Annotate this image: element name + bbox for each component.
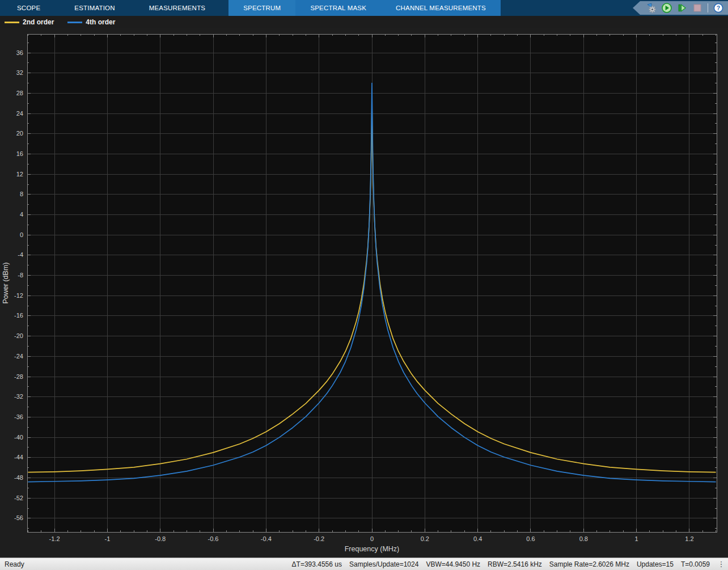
tab-measurements[interactable]: MEASUREMENTS xyxy=(132,0,223,16)
svg-text:0.8: 0.8 xyxy=(579,535,588,542)
x-axis-label: Frequency (MHz) xyxy=(345,545,400,553)
svg-text:32: 32 xyxy=(16,69,23,76)
contextual-tab-group: SPECTRUM SPECTRAL MASK CHANNEL MEASUREME… xyxy=(228,0,501,16)
svg-text:-40: -40 xyxy=(14,434,23,441)
playback-quick-bar: ? xyxy=(633,1,728,15)
svg-text:-28: -28 xyxy=(14,373,23,380)
tab-spectrum[interactable]: SPECTRUM xyxy=(228,0,295,16)
svg-text:-20: -20 xyxy=(14,332,23,339)
status-updates: Updates=15 xyxy=(637,560,674,568)
svg-text:-8: -8 xyxy=(18,272,23,278)
legend-label-2nd-order: 2nd order xyxy=(23,18,54,26)
svg-text:1.2: 1.2 xyxy=(685,535,693,542)
tab-channel-measurements[interactable]: CHANNEL MEASUREMENTS xyxy=(381,0,501,16)
svg-text:24: 24 xyxy=(16,110,23,117)
status-samples-per-update: Samples/Update=1024 xyxy=(349,560,418,568)
svg-text:-4: -4 xyxy=(18,251,23,258)
quickbar-separator xyxy=(708,3,708,12)
svg-text:0.2: 0.2 xyxy=(421,535,429,542)
svg-text:-56: -56 xyxy=(14,514,23,521)
svg-text:-44: -44 xyxy=(14,454,23,461)
svg-text:-52: -52 xyxy=(14,495,23,501)
svg-text:36: 36 xyxy=(16,49,23,56)
run-icon[interactable] xyxy=(662,3,672,13)
svg-text:?: ? xyxy=(717,5,720,11)
spectrum-plot[interactable]: -1.2-1-0.8-0.6-0.4-0.200.20.40.60.811.23… xyxy=(0,28,728,558)
svg-text:28: 28 xyxy=(16,90,23,96)
legend-line-2nd-order xyxy=(5,22,19,23)
svg-text:16: 16 xyxy=(16,150,23,157)
legend: 2nd order 4th order xyxy=(0,16,728,28)
legend-label-4th-order: 4th order xyxy=(86,18,115,26)
svg-text:20: 20 xyxy=(16,130,23,137)
status-vbw: VBW=44.9450 Hz xyxy=(426,560,480,568)
svg-text:1: 1 xyxy=(635,535,638,542)
status-metrics: ΔT=393.4556 us Samples/Update=1024 VBW=4… xyxy=(292,560,718,568)
svg-text:0: 0 xyxy=(370,535,374,542)
svg-text:0: 0 xyxy=(20,231,23,238)
svg-text:-32: -32 xyxy=(14,393,23,400)
status-delta-t: ΔT=393.4556 us xyxy=(292,560,342,568)
status-bar: Ready ΔT=393.4556 us Samples/Update=1024… xyxy=(0,558,728,570)
status-overflow-menu-icon[interactable]: ⋮ xyxy=(718,558,728,570)
step-forward-icon[interactable] xyxy=(677,3,687,13)
svg-text:4: 4 xyxy=(20,211,23,218)
svg-text:0.6: 0.6 xyxy=(526,535,535,542)
svg-text:-0.2: -0.2 xyxy=(314,535,324,542)
svg-text:-0.4: -0.4 xyxy=(261,535,272,542)
legend-line-4th-order xyxy=(67,22,82,23)
legend-item-4th-order[interactable]: 4th order xyxy=(67,18,115,26)
svg-text:-1: -1 xyxy=(104,535,110,542)
svg-text:-1.2: -1.2 xyxy=(49,535,60,542)
svg-text:-36: -36 xyxy=(14,413,23,420)
svg-text:-0.8: -0.8 xyxy=(155,535,166,542)
svg-text:-0.6: -0.6 xyxy=(208,535,219,542)
status-rbw: RBW=2.5416 kHz xyxy=(488,560,542,568)
svg-text:0.4: 0.4 xyxy=(473,535,482,542)
status-ready-text: Ready xyxy=(0,560,24,568)
svg-text:12: 12 xyxy=(16,171,23,178)
toolstrip: SCOPE ESTIMATION MEASUREMENTS SPECTRUM S… xyxy=(0,0,728,16)
tab-spectral-mask[interactable]: SPECTRAL MASK xyxy=(295,0,381,16)
svg-text:-12: -12 xyxy=(14,292,23,299)
simulation-settings-icon[interactable] xyxy=(646,3,657,13)
status-time: T=0.0059 xyxy=(681,560,710,568)
y-axis-label: Power (dBm) xyxy=(2,263,10,304)
help-icon[interactable]: ? xyxy=(713,3,723,13)
svg-text:-48: -48 xyxy=(14,474,23,481)
legend-item-2nd-order[interactable]: 2nd order xyxy=(5,18,54,26)
svg-text:-16: -16 xyxy=(14,312,23,319)
tab-estimation[interactable]: ESTIMATION xyxy=(57,0,132,16)
svg-text:8: 8 xyxy=(20,191,23,197)
status-sample-rate: Sample Rate=2.6026 MHz xyxy=(549,560,629,568)
tab-scope[interactable]: SCOPE xyxy=(0,0,57,16)
stop-icon xyxy=(692,3,702,13)
svg-text:-24: -24 xyxy=(14,353,23,360)
